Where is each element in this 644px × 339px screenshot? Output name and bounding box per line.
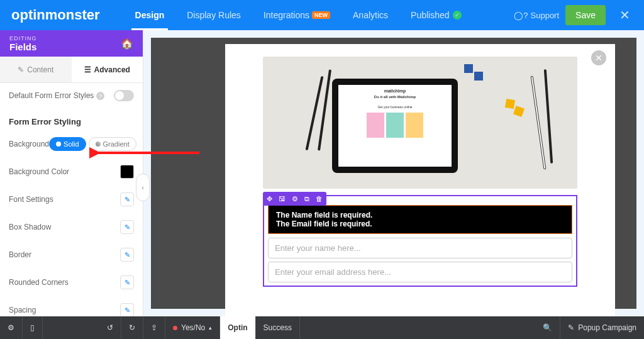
border-label: Border — [9, 250, 31, 259]
tab-analytics[interactable]: Analytics — [341, 0, 399, 30]
name-input[interactable]: Enter your name here... — [268, 238, 572, 258]
block-toolbar: ✥ 🖫 ⚙ ⧉ 🗑 — [263, 192, 326, 206]
card-icon — [406, 113, 423, 138]
export-icon: ⇪ — [151, 323, 157, 332]
export-button[interactable]: ⇪ — [143, 316, 165, 339]
sidebar-scroll[interactable]: Default Form Error Styles? Form Error St… — [0, 83, 143, 316]
bgcolor-label: Background Color — [9, 167, 69, 176]
settings-button[interactable]: ⚙ — [0, 316, 23, 339]
spacing-label: Spacing — [9, 306, 36, 314]
rounded-edit-button[interactable]: ✎ — [120, 275, 134, 289]
support-link[interactable]: ◯?Support — [514, 11, 559, 20]
copy-icon[interactable]: ⧉ — [304, 195, 309, 203]
check-icon: ✓ — [453, 11, 462, 19]
background-row: Background Solid Gradient — [9, 130, 134, 158]
swatch-icon — [464, 64, 473, 73]
default-error-label: Default Form Error Styles — [9, 91, 94, 100]
logo-text: optinmonster — [11, 7, 100, 23]
shadow-edit-button[interactable]: ✎ — [120, 220, 134, 234]
sidebar: EDITING Fields 🏠 ✎Content ☰Advanced Defa… — [0, 30, 143, 316]
pencil-icon: ✎ — [18, 65, 24, 74]
sidebar-header: EDITING Fields 🏠 — [0, 30, 143, 57]
gear-icon[interactable]: ⚙ — [292, 195, 298, 203]
font-label: Font Settings — [9, 195, 53, 204]
default-error-toggle[interactable] — [114, 90, 134, 101]
popup-close-button[interactable]: ✕ — [591, 50, 606, 65]
solid-button[interactable]: Solid — [49, 137, 86, 151]
dot-icon — [56, 142, 61, 147]
main-area: EDITING Fields 🏠 ✎Content ☰Advanced Defa… — [0, 30, 644, 316]
mobile-icon: ▯ — [30, 323, 35, 332]
view-success[interactable]: Success — [256, 316, 300, 339]
swatch-icon — [474, 72, 483, 81]
view-yesno[interactable]: Yes/No▴ — [165, 316, 220, 339]
pen-icon — [544, 69, 553, 164]
search-icon: 🔍 — [543, 323, 552, 332]
breadcrumb: EDITING — [9, 35, 37, 42]
font-row: Font Settings ✎ — [9, 186, 134, 213]
bgcolor-row: Background Color — [9, 158, 134, 186]
view-optin[interactable]: Optin — [220, 316, 255, 339]
spacing-row: Spacing ✎ — [9, 296, 134, 316]
record-icon — [173, 326, 177, 330]
move-icon[interactable]: ✥ — [267, 195, 272, 203]
collapse-sidebar-button[interactable]: ‹ — [136, 174, 150, 201]
swatch-icon — [513, 106, 525, 117]
mobile-preview-button[interactable]: ▯ — [23, 316, 43, 339]
mailchimp-sub: Get your business online — [342, 105, 448, 109]
pen-icon — [531, 75, 547, 169]
save-block-icon[interactable]: 🖫 — [279, 195, 286, 203]
canvas: ✕ mailchimp Do it all with Mailchimp Get… — [143, 30, 644, 316]
dot-icon — [96, 142, 101, 147]
card-icon — [367, 113, 384, 138]
email-input[interactable]: Enter your email address here... — [268, 262, 572, 282]
bottom-bar: ⚙ ▯ ↺ ↻ ⇪ Yes/No▴ Optin Success 🔍 ✎ Popu… — [0, 316, 644, 339]
chevron-up-icon: ▴ — [209, 325, 212, 331]
tab-design[interactable]: Design — [124, 0, 176, 30]
gradient-button[interactable]: Gradient — [89, 137, 136, 151]
tab-content[interactable]: ✎Content — [0, 57, 72, 82]
tablet-mock: mailchimp Do it all with Mailchimp Get y… — [332, 79, 458, 173]
mailchimp-logo: mailchimp — [342, 89, 448, 93]
logo: optinmonster — [0, 7, 111, 23]
save-button[interactable]: Save — [565, 5, 606, 25]
section-form-error: Form Error Styling — [9, 108, 134, 130]
top-right: ◯?Support Save ✕ — [514, 5, 644, 25]
tab-integrations[interactable]: Integrations NEW — [252, 0, 341, 30]
background-segment: Solid Gradient — [49, 137, 136, 151]
home-icon[interactable]: 🏠 — [121, 38, 133, 50]
redo-button[interactable]: ↻ — [121, 316, 143, 339]
background-label: Background — [9, 140, 49, 148]
spacer — [300, 316, 535, 339]
undo-button[interactable]: ↺ — [99, 316, 121, 339]
tab-advanced[interactable]: ☰Advanced — [72, 57, 143, 82]
trash-icon[interactable]: 🗑 — [316, 195, 323, 203]
card-icon — [386, 113, 404, 138]
help-icon: ◯? — [514, 11, 528, 20]
swatch-icon — [505, 99, 515, 109]
hero-image: mailchimp Do it all with Mailchimp Get y… — [263, 57, 577, 189]
font-edit-button[interactable]: ✎ — [120, 192, 134, 206]
spacer — [43, 316, 99, 339]
search-button[interactable]: 🔍 — [535, 316, 560, 339]
border-edit-button[interactable]: ✎ — [120, 248, 134, 262]
mailchimp-headline: Do it all with Mailchimp — [342, 95, 448, 99]
error-line: The Name field is required. — [276, 211, 564, 220]
rounded-label: Rounded Corners — [9, 278, 69, 287]
close-icon[interactable]: ✕ — [612, 8, 638, 23]
spacing-edit-button[interactable]: ✎ — [120, 303, 134, 316]
gear-icon: ⚙ — [8, 323, 14, 332]
color-swatch[interactable] — [120, 165, 134, 179]
tab-published[interactable]: Published ✓ — [399, 0, 473, 30]
sidebar-title: Fields — [9, 42, 37, 52]
redo-icon: ↻ — [129, 323, 135, 332]
top-bar: optinmonster Design Display Rules Integr… — [0, 0, 644, 30]
error-line: The Email field is required. — [276, 220, 564, 228]
form-block[interactable]: ✥ 🖫 ⚙ ⧉ 🗑 The Name field is required. Th… — [263, 195, 577, 287]
tab-display-rules[interactable]: Display Rules — [175, 0, 252, 30]
campaign-type[interactable]: ✎ Popup Campaign — [560, 316, 644, 339]
help-icon[interactable]: ? — [96, 92, 104, 100]
default-error-row: Default Form Error Styles? — [9, 83, 134, 108]
shadow-label: Box Shadow — [9, 223, 51, 231]
top-nav: Design Display Rules Integrations NEW An… — [124, 0, 473, 30]
